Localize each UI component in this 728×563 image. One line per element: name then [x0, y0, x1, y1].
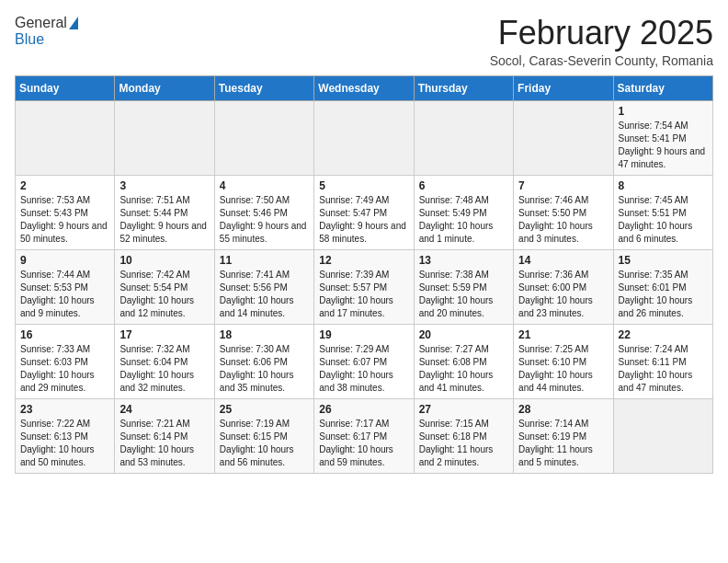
calendar-cell: 7Sunrise: 7:46 AM Sunset: 5:50 PM Daylig…	[514, 175, 613, 249]
calendar-cell: 12Sunrise: 7:39 AM Sunset: 5:57 PM Dayli…	[314, 249, 414, 324]
calendar-cell: 15Sunrise: 7:35 AM Sunset: 6:01 PM Dayli…	[613, 249, 712, 324]
calendar-cell: 22Sunrise: 7:24 AM Sunset: 6:11 PM Dayli…	[613, 324, 712, 398]
title-area: February 2025 Socol, Caras-Severin Count…	[490, 15, 713, 68]
calendar-cell: 4Sunrise: 7:50 AM Sunset: 5:46 PM Daylig…	[214, 175, 313, 249]
calendar-cell: 1Sunrise: 7:54 AM Sunset: 5:41 PM Daylig…	[613, 100, 712, 175]
day-number: 7	[518, 179, 608, 192]
day-number: 4	[220, 179, 309, 192]
day-info: Sunrise: 7:29 AM Sunset: 6:07 PM Dayligh…	[319, 343, 408, 395]
calendar-week-5: 23Sunrise: 7:22 AM Sunset: 6:13 PM Dayli…	[16, 398, 713, 473]
day-number: 8	[619, 179, 708, 192]
day-info: Sunrise: 7:22 AM Sunset: 6:13 PM Dayligh…	[20, 418, 109, 469]
calendar-cell: 23Sunrise: 7:22 AM Sunset: 6:13 PM Dayli…	[16, 398, 115, 473]
calendar-week-4: 16Sunrise: 7:33 AM Sunset: 6:03 PM Dayli…	[16, 324, 713, 398]
day-info: Sunrise: 7:35 AM Sunset: 6:01 PM Dayligh…	[619, 269, 708, 320]
calendar-cell: 11Sunrise: 7:41 AM Sunset: 5:56 PM Dayli…	[214, 249, 313, 324]
day-number: 5	[319, 179, 408, 192]
calendar-cell	[314, 100, 414, 175]
month-title: February 2025	[490, 15, 713, 52]
logo: General Blue	[15, 15, 78, 48]
day-info: Sunrise: 7:32 AM Sunset: 6:04 PM Dayligh…	[119, 343, 209, 395]
weekday-header-wednesday: Wednesday	[314, 75, 414, 100]
calendar-body: 1Sunrise: 7:54 AM Sunset: 5:41 PM Daylig…	[16, 100, 713, 473]
day-number: 25	[220, 403, 309, 416]
day-number: 22	[619, 328, 708, 341]
day-number: 20	[419, 328, 508, 341]
day-number: 1	[619, 105, 708, 118]
day-number: 2	[20, 179, 109, 192]
day-info: Sunrise: 7:45 AM Sunset: 5:51 PM Dayligh…	[619, 194, 708, 246]
day-info: Sunrise: 7:19 AM Sunset: 6:15 PM Dayligh…	[220, 418, 309, 469]
calendar-cell: 5Sunrise: 7:49 AM Sunset: 5:47 PM Daylig…	[314, 175, 414, 249]
calendar-cell	[514, 100, 613, 175]
day-info: Sunrise: 7:50 AM Sunset: 5:46 PM Dayligh…	[220, 194, 309, 246]
weekday-header-monday: Monday	[115, 75, 214, 100]
calendar-cell: 8Sunrise: 7:45 AM Sunset: 5:51 PM Daylig…	[613, 175, 712, 249]
calendar-cell: 26Sunrise: 7:17 AM Sunset: 6:17 PM Dayli…	[314, 398, 414, 473]
calendar-cell	[16, 100, 115, 175]
day-info: Sunrise: 7:48 AM Sunset: 5:49 PM Dayligh…	[419, 194, 508, 246]
calendar-cell: 27Sunrise: 7:15 AM Sunset: 6:18 PM Dayli…	[414, 398, 513, 473]
day-info: Sunrise: 7:25 AM Sunset: 6:10 PM Dayligh…	[518, 343, 608, 395]
day-info: Sunrise: 7:24 AM Sunset: 6:11 PM Dayligh…	[619, 343, 708, 395]
day-number: 3	[119, 179, 209, 192]
calendar-cell: 3Sunrise: 7:51 AM Sunset: 5:44 PM Daylig…	[115, 175, 214, 249]
day-number: 16	[20, 328, 109, 341]
day-info: Sunrise: 7:17 AM Sunset: 6:17 PM Dayligh…	[319, 418, 408, 469]
day-info: Sunrise: 7:53 AM Sunset: 5:43 PM Dayligh…	[20, 194, 109, 246]
calendar-cell	[414, 100, 513, 175]
calendar-cell: 25Sunrise: 7:19 AM Sunset: 6:15 PM Dayli…	[214, 398, 313, 473]
calendar-cell: 2Sunrise: 7:53 AM Sunset: 5:43 PM Daylig…	[16, 175, 115, 249]
day-number: 6	[419, 179, 508, 192]
calendar-cell: 18Sunrise: 7:30 AM Sunset: 6:06 PM Dayli…	[214, 324, 313, 398]
day-number: 13	[419, 254, 508, 267]
day-number: 12	[319, 254, 408, 267]
day-info: Sunrise: 7:27 AM Sunset: 6:08 PM Dayligh…	[419, 343, 508, 395]
day-info: Sunrise: 7:46 AM Sunset: 5:50 PM Dayligh…	[518, 194, 608, 246]
calendar-cell: 20Sunrise: 7:27 AM Sunset: 6:08 PM Dayli…	[414, 324, 513, 398]
weekday-header-thursday: Thursday	[414, 75, 513, 100]
day-info: Sunrise: 7:21 AM Sunset: 6:14 PM Dayligh…	[119, 418, 209, 469]
calendar-cell: 13Sunrise: 7:38 AM Sunset: 5:59 PM Dayli…	[414, 249, 513, 324]
day-number: 19	[319, 328, 408, 341]
calendar-cell: 16Sunrise: 7:33 AM Sunset: 6:03 PM Dayli…	[16, 324, 115, 398]
day-info: Sunrise: 7:49 AM Sunset: 5:47 PM Dayligh…	[319, 194, 408, 246]
day-info: Sunrise: 7:14 AM Sunset: 6:19 PM Dayligh…	[518, 418, 608, 469]
location-title: Socol, Caras-Severin County, Romania	[490, 53, 713, 68]
day-info: Sunrise: 7:15 AM Sunset: 6:18 PM Dayligh…	[419, 418, 508, 469]
calendar-cell: 9Sunrise: 7:44 AM Sunset: 5:53 PM Daylig…	[16, 249, 115, 324]
calendar-cell	[214, 100, 313, 175]
day-info: Sunrise: 7:33 AM Sunset: 6:03 PM Dayligh…	[20, 343, 109, 395]
day-info: Sunrise: 7:36 AM Sunset: 6:00 PM Dayligh…	[518, 269, 608, 320]
page-header: General Blue February 2025 Socol, Caras-…	[15, 15, 713, 68]
calendar-header: SundayMondayTuesdayWednesdayThursdayFrid…	[16, 75, 713, 100]
weekday-header-row: SundayMondayTuesdayWednesdayThursdayFrid…	[16, 75, 713, 100]
day-info: Sunrise: 7:44 AM Sunset: 5:53 PM Dayligh…	[20, 269, 109, 320]
day-info: Sunrise: 7:38 AM Sunset: 5:59 PM Dayligh…	[419, 269, 508, 320]
day-info: Sunrise: 7:39 AM Sunset: 5:57 PM Dayligh…	[319, 269, 408, 320]
calendar-cell	[613, 398, 712, 473]
day-number: 23	[20, 403, 109, 416]
calendar-table: SundayMondayTuesdayWednesdayThursdayFrid…	[15, 75, 713, 474]
calendar-cell: 19Sunrise: 7:29 AM Sunset: 6:07 PM Dayli…	[314, 324, 414, 398]
day-number: 17	[119, 328, 209, 341]
day-info: Sunrise: 7:41 AM Sunset: 5:56 PM Dayligh…	[220, 269, 309, 320]
weekday-header-sunday: Sunday	[16, 75, 115, 100]
day-number: 26	[319, 403, 408, 416]
calendar-cell: 21Sunrise: 7:25 AM Sunset: 6:10 PM Dayli…	[514, 324, 613, 398]
calendar-cell: 28Sunrise: 7:14 AM Sunset: 6:19 PM Dayli…	[514, 398, 613, 473]
calendar-cell: 14Sunrise: 7:36 AM Sunset: 6:00 PM Dayli…	[514, 249, 613, 324]
weekday-header-tuesday: Tuesday	[214, 75, 313, 100]
day-number: 15	[619, 254, 708, 267]
calendar-week-3: 9Sunrise: 7:44 AM Sunset: 5:53 PM Daylig…	[16, 249, 713, 324]
day-number: 14	[518, 254, 608, 267]
day-number: 9	[20, 254, 109, 267]
calendar-cell: 10Sunrise: 7:42 AM Sunset: 5:54 PM Dayli…	[115, 249, 214, 324]
day-info: Sunrise: 7:42 AM Sunset: 5:54 PM Dayligh…	[119, 269, 209, 320]
calendar-cell: 17Sunrise: 7:32 AM Sunset: 6:04 PM Dayli…	[115, 324, 214, 398]
day-number: 21	[518, 328, 608, 341]
calendar-cell: 24Sunrise: 7:21 AM Sunset: 6:14 PM Dayli…	[115, 398, 214, 473]
logo-blue-text: Blue	[15, 31, 44, 48]
logo-general-text: General	[15, 15, 67, 31]
calendar-week-1: 1Sunrise: 7:54 AM Sunset: 5:41 PM Daylig…	[16, 100, 713, 175]
